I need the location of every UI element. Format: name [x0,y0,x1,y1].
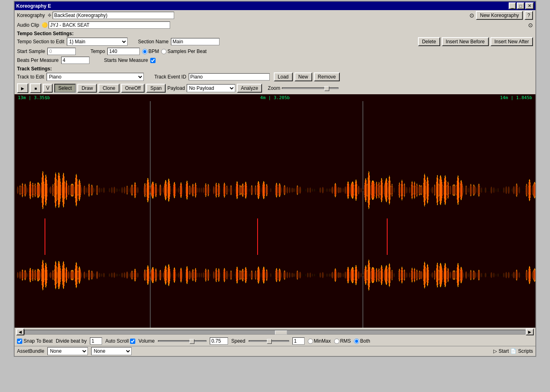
snap-to-beat-label: Snap To Beat [17,338,53,344]
waveform-header: 13m | 3.35$b 4m | 3.205b 14m | 1.845b [15,94,535,101]
bpm-radio[interactable] [142,49,147,54]
auto-scroll-checkbox[interactable] [130,339,135,344]
event-id-input[interactable] [189,73,270,81]
payload-label: Payload [167,85,185,91]
auto-scroll-label: Auto Scroll [105,338,135,344]
start-sample-input[interactable] [47,48,76,55]
zoom-slider-track[interactable] [282,87,339,89]
window-title: Koreography E [16,3,51,9]
speed-value-input[interactable] [292,337,305,345]
scrollbar-thumb[interactable] [275,331,287,335]
minimize-btn[interactable]: _ [509,2,516,9]
speed-slider-thumb[interactable] [267,339,272,344]
rms-radio[interactable] [334,339,339,344]
minmax-label: MinMax [308,338,331,344]
asset-bundle-select-2[interactable]: None [91,347,132,355]
draw-btn[interactable]: Draw [77,84,97,93]
speed-slider-track[interactable] [249,340,289,342]
clone-btn[interactable]: Clone [98,84,119,93]
span-btn[interactable]: Span [146,84,166,93]
scripts-label: Scripts [518,348,533,354]
asset-bundle-select-1[interactable]: None [47,347,88,355]
audio-icon: 🟡 [42,22,48,28]
zoom-slider-thumb[interactable] [324,86,329,91]
tempo-input[interactable] [107,48,140,55]
tempo-row-1: Tempo Section to Edit 1) Main Section Na… [15,36,535,47]
oneoff-btn[interactable]: OneOff [121,84,145,93]
starts-new-measure-label: Starts New Measure [104,57,148,63]
main-window: Koreography E _ □ ✕ Koreography ❖ ⊙ New … [14,1,536,357]
tempo-row-2: Start Sample Tempo BPM Samples Per Beat [15,47,535,56]
play-btn[interactable]: ▶ [17,83,28,93]
analyze-btn[interactable]: Analyze [237,84,262,93]
tempo-row-3: Beats Per Measure Starts New Measure [15,56,535,65]
start-label: Start [499,348,509,354]
minmax-radio[interactable] [308,339,313,344]
asset-bundle-label: AssetBundle [17,348,44,354]
tempo-section-select[interactable]: 1) Main [67,38,128,46]
close-btn[interactable]: ✕ [525,2,534,9]
scroll-right-btn[interactable]: ▶ [526,328,534,335]
volume-slider-thumb[interactable] [190,339,194,344]
scrollbar-row: ◀ ▶ [15,328,535,336]
beats-per-measure-label: Beats Per Measure [17,57,59,63]
marker-right: 14m | 1.845b [500,95,532,100]
maximize-btn[interactable]: □ [517,2,524,9]
new-koreography-btn[interactable]: New Koreography [476,11,523,20]
waveform-area[interactable] [15,101,535,328]
volume-slider-track[interactable] [158,340,207,342]
scrollbar-track[interactable] [24,330,526,335]
both-radio[interactable] [354,339,359,344]
rms-label: RMS [334,338,351,344]
track-section-header: Track Settings: [15,65,535,72]
load-btn[interactable]: Load [274,72,293,81]
insert-before-btn[interactable]: Insert New Before [442,37,489,46]
section-name-input[interactable] [171,38,220,45]
audio-clip-row: Audio Clip 🟡 ⊙ [15,21,535,30]
remove-btn[interactable]: Remove [314,72,340,81]
koreography-input[interactable] [53,12,174,19]
koreography-row: Koreography ❖ ⊙ New Koreography ? [15,10,535,21]
select-btn[interactable]: Select [54,84,76,93]
settings-icon: ⊙ [469,12,474,19]
v-btn[interactable]: V [43,84,53,93]
volume-label: Volume [139,338,155,344]
beats-per-measure-input[interactable] [61,57,90,64]
track-row: Track to Edit Piano Track Event ID Load … [15,72,535,82]
insert-after-btn[interactable]: Insert New After [490,37,533,46]
bottom-bar: Snap To Beat Divide beat by Auto Scroll … [15,336,535,346]
section-name-label: Section Name [138,39,168,44]
zoom-label: Zoom [268,85,280,91]
toolbar-row: ▶ ■ V Select Draw Clone OneOff Span Payl… [15,82,535,94]
speed-label: Speed [231,338,245,344]
status-bar: AssetBundle None None ▷ Start 📄 Scripts [15,346,535,356]
scripts-icon: 📄 [510,348,516,354]
koreography-icon: ❖ [47,13,52,18]
start-scripts-group: ▷ Start 📄 Scripts [493,348,533,354]
waveform-canvas[interactable] [15,101,535,328]
volume-value-input[interactable] [210,337,228,345]
title-bar: Koreography E _ □ ✕ [15,2,535,10]
new-track-btn[interactable]: New [294,72,312,81]
marker-left: 13m | 3.35$b [18,95,50,100]
snap-to-beat-checkbox[interactable] [17,339,22,344]
spb-radio[interactable] [161,49,166,54]
bpm-label: BPM [142,49,159,54]
help-btn[interactable]: ? [524,11,533,20]
track-to-edit-select[interactable]: Piano [47,73,144,81]
tempo-to-edit-label: Tempo Section to Edit [17,39,64,44]
divide-beat-input[interactable] [90,337,102,345]
event-id-label: Track Event ID [154,74,186,80]
audio-clip-label: Audio Clip [17,22,39,28]
koreography-label: Koreography [17,13,45,18]
delete-btn[interactable]: Delete [418,37,440,46]
start-icon: ▷ [493,348,497,354]
starts-new-measure-checkbox[interactable] [150,58,156,63]
divide-beat-label: Divide beat by [56,338,87,344]
payload-select[interactable]: No Payload [187,84,235,92]
stop-btn[interactable]: ■ [30,83,41,93]
scroll-left-btn[interactable]: ◀ [16,328,24,335]
audio-clip-input[interactable] [49,21,170,29]
tempo-label: Tempo [90,49,105,54]
audio-settings-icon: ⊙ [528,22,533,28]
